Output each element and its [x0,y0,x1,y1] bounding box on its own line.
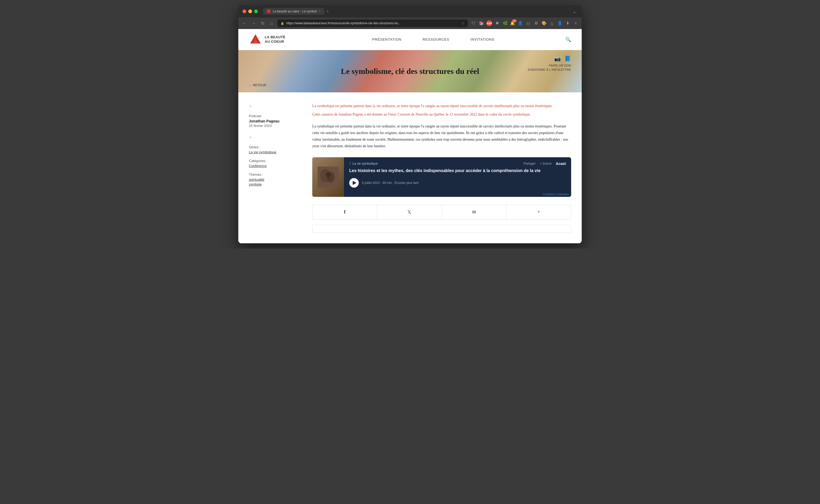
site-header: LA BEAUTÉ AU COEUR PRÉSENTATION RESSOURC… [238,29,582,50]
sidebar-categories-section: Catégories : Conférence [249,159,299,168]
svg-point-5 [326,172,331,177]
back-button[interactable]: ← [242,21,248,26]
profile-icon[interactable]: 👤 [557,21,563,26]
intro-paragraph-2: Cette causerie de Jonathan Pageau a été … [312,111,571,118]
bookmark-icon[interactable]: ☆ [461,21,465,25]
lock-icon: 🔒 [281,22,284,25]
facebook-icon[interactable]: 📘 [564,55,571,62]
category-link[interactable]: Conférence [249,164,299,168]
browser-tab[interactable]: La beauté au cœur - Le symbol × [263,8,324,15]
podcast-info: ⤴ La vie symbolique Partager + Suivre Ac… [344,157,571,192]
dropdown-button[interactable]: ⌄ [571,9,577,14]
sidebar: + Podcast Jonathan Pageau 15 février 202… [249,103,307,233]
search-icon[interactable]: 🔍 [565,37,571,42]
maximize-button[interactable] [254,9,258,13]
play-icon [353,181,356,185]
adblock-icon[interactable]: ABP [486,20,492,26]
more-share-icon: + [537,209,540,215]
article-body: La symbolique est présente partout dans … [312,123,571,150]
podcast-title: Les histoires et les mythes, des clés in… [349,168,566,174]
notifications-count: 25 [512,19,517,22]
bottom-hint-bar [312,225,571,233]
sidebar-series-section: Séries : La vie symbolique [249,145,299,154]
home-button[interactable]: ⌂ [269,21,275,26]
nav-presentation[interactable]: PRÉSENTATION [372,37,402,41]
theme1-link[interactable]: spiritualité [249,178,299,182]
extensions-icon[interactable]: 🛡 [470,21,476,26]
reading-list-icon[interactable]: 📚 [478,21,484,26]
series-link[interactable]: La vie symbolique [249,150,299,154]
share-twitter-button[interactable]: 𝕏 [377,205,442,219]
podcast-terms[interactable]: Conditions d'utilisation [344,192,571,197]
logo-icon [249,33,262,46]
facebook-share-icon: f [344,209,346,215]
share-more-button[interactable]: + [506,205,571,219]
account-icon[interactable]: 👤 [517,21,523,26]
podcast-header: ⤴ La vie symbolique Partager + Suivre Ac… [349,161,566,166]
extension1-icon[interactable]: ✱ [494,21,500,26]
extension2-icon[interactable]: 🌿 [502,21,508,26]
hero-section: Le symbolisme, clé des structures du rée… [238,50,582,92]
logo-area[interactable]: LA BEAUTÉ AU COEUR [249,33,285,46]
close-button[interactable] [243,9,246,13]
share-email-button[interactable]: ✉ [442,205,507,219]
podcast-artwork [312,157,344,197]
sidebar-type: Podcast [249,114,299,118]
url-display: https://www.labeauteaucoeur.fr/ressource… [286,21,459,25]
sidebar-plus2-icon[interactable]: + [249,134,299,141]
tab-favicon [267,9,271,13]
podcast-artwork-svg [318,167,339,188]
back-link[interactable]: ← RETOUR [249,83,266,87]
forward-button[interactable]: → [251,21,257,26]
brackets-icon[interactable]: {} [525,21,531,26]
play-button[interactable] [349,178,359,188]
site-nav: PRÉSENTATION RESSOURCES INVITATIONS [301,37,565,41]
article-intro: La symbolique est présente partout dans … [312,103,571,118]
nav-ressources[interactable]: RESSOURCES [423,37,449,41]
podcast-series: ⤴ La vie symbolique [349,162,378,165]
podcast-actions: Partager + Suivre Acast [523,161,566,166]
new-tab-button[interactable]: + [326,9,329,14]
podcast-content: ⤴ La vie symbolique Partager + Suivre Ac… [344,157,571,197]
podcast-embed: ⤴ La vie symbolique Partager + Suivre Ac… [312,157,571,197]
share-arrow-icon: ⤴ [349,162,351,165]
minimize-button[interactable] [248,9,252,13]
follow-button[interactable]: + Suivre [540,162,551,165]
menu-icon[interactable]: ≡ [573,21,578,26]
themes-label: Thèmes : [249,173,299,177]
reload-button[interactable]: ↻ [260,21,266,26]
settings-icon[interactable]: ⚙ [533,21,539,26]
podcast-meta: 6 juillet 2023 · 49 min · Écouter plus t… [362,181,418,185]
share-button[interactable]: Partager [523,162,535,165]
hero-social-area: 📷 📘 FAIRE UN DON S'INSCRIRE À L'INFOLETT… [527,55,571,71]
color-icon[interactable]: 🎨 [541,21,547,26]
tab-close-button[interactable]: × [319,10,321,13]
sidebar-themes-section: Thèmes : spiritualité symbole [249,173,299,186]
traffic-lights [243,9,258,13]
email-share-icon: ✉ [472,209,476,215]
logo-text: LA BEAUTÉ AU COEUR [265,35,285,44]
sidebar-plus-icon[interactable]: + [249,103,299,110]
tab-title: La beauté au cœur - Le symbol [273,9,317,13]
hero-title: Le symbolisme, clé des structures du rée… [341,67,479,76]
share-facebook-button[interactable]: f [313,205,377,219]
categories-label: Catégories : [249,159,299,163]
main-content: + Podcast Jonathan Pageau 15 février 202… [238,92,582,243]
address-bar[interactable]: 🔒 https://www.labeauteaucoeur.fr/ressour… [277,20,468,27]
notifications-badge-wrapper: 🔔 25 [510,21,515,26]
faire-don-link[interactable]: FAIRE UN DON [549,64,571,67]
nav-invitations[interactable]: INVITATIONS [470,37,494,41]
browser-window: La beauté au cœur - Le symbol × + ⌄ ← → … [238,5,582,243]
social-icons: 📷 📘 [554,55,571,62]
series-label: Séries : [249,145,299,149]
podcast-player: 6 juillet 2023 · 49 min · Écouter plus t… [349,178,566,188]
triangle-icon[interactable]: △ [549,21,555,26]
tab-bar: La beauté au cœur - Le symbol × + [263,8,568,15]
sidebar-date: 15 février 2023 [249,124,299,128]
instagram-icon[interactable]: 📷 [554,55,561,62]
download-icon[interactable]: ⬇ [565,21,570,26]
browser-titlebar: La beauté au cœur - Le symbol × + ⌄ [238,5,582,17]
infolettre-link[interactable]: S'INSCRIRE À L'INFOLETTRE [527,68,571,71]
share-bar: f 𝕏 ✉ + [312,205,571,220]
theme2-link[interactable]: symbole [249,182,299,186]
